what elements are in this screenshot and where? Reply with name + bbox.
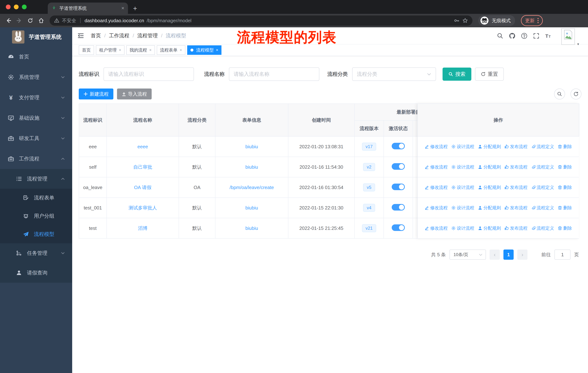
reset-button[interactable]: 重置 <box>475 68 504 81</box>
assign-rule-link[interactable]: 分配规则 <box>478 144 501 150</box>
sidebar-item-leave-query[interactable]: 请假查询 <box>0 263 72 283</box>
process-definition-link[interactable]: 流程定义 <box>531 144 554 150</box>
process-definition-link[interactable]: 流程定义 <box>531 205 554 211</box>
form-info-link[interactable]: /bpm/oa/leave/create <box>230 185 274 190</box>
status-toggle[interactable] <box>392 163 405 170</box>
delete-link[interactable]: 删除 <box>558 225 572 231</box>
form-info-link[interactable]: biubiu <box>245 205 258 211</box>
security-label[interactable]: 不安全 <box>62 18 76 24</box>
tag-home[interactable]: 首页 <box>79 45 94 55</box>
form-info-link[interactable]: biubiu <box>245 144 258 149</box>
sidebar-item-process-form[interactable]: 流程表单 <box>0 189 72 207</box>
create-process-button[interactable]: 新建流程 <box>79 89 113 100</box>
sidebar-item-system[interactable]: 系统管理 <box>0 67 72 87</box>
process-name-input[interactable] <box>234 71 315 77</box>
back-icon[interactable] <box>4 16 13 25</box>
process-name-link[interactable]: 滔博 <box>138 225 147 231</box>
new-tab-button[interactable]: + <box>133 5 137 12</box>
avatar[interactable] <box>561 28 575 45</box>
show-search-button[interactable] <box>554 89 565 100</box>
font-size-icon[interactable]: TT <box>545 33 552 39</box>
menu-dots-icon[interactable] <box>537 18 539 23</box>
status-toggle[interactable] <box>392 184 405 190</box>
process-name-link[interactable]: 测试多审批人 <box>128 205 157 211</box>
avatar-caret-icon[interactable]: ▼ <box>577 43 580 46</box>
publish-process-link[interactable]: 发布流程 <box>504 225 527 231</box>
next-page-button[interactable]: › <box>517 250 527 260</box>
process-name-link[interactable]: eeee <box>137 144 148 149</box>
bookmark-star-icon[interactable] <box>462 18 468 23</box>
page-size-select[interactable]: 10条/页 <box>450 250 486 260</box>
key-icon[interactable] <box>454 18 460 23</box>
goto-page-input[interactable] <box>555 250 570 260</box>
zoom-window-button[interactable] <box>22 5 27 9</box>
forward-icon[interactable] <box>15 16 24 25</box>
refresh-button[interactable] <box>570 89 581 100</box>
edit-process-link[interactable]: 修改流程 <box>425 205 448 211</box>
sidebar-item-user-group[interactable]: 用户分组 <box>0 207 72 225</box>
process-definition-link[interactable]: 流程定义 <box>531 184 554 190</box>
publish-process-link[interactable]: 发布流程 <box>504 205 527 211</box>
delete-link[interactable]: 删除 <box>558 205 572 211</box>
sidebar-item-workflow[interactable]: 工作流程 <box>0 149 72 169</box>
close-icon[interactable]: × <box>119 48 121 52</box>
home-icon[interactable] <box>36 16 46 25</box>
delete-link[interactable]: 删除 <box>558 164 572 170</box>
breadcrumb-item[interactable]: 流程管理 <box>137 32 158 39</box>
delete-link[interactable]: 删除 <box>558 144 572 150</box>
edit-process-link[interactable]: 修改流程 <box>425 164 448 170</box>
sidebar-item-home[interactable]: 首页 <box>0 47 72 67</box>
tab-close-icon[interactable]: × <box>121 5 124 11</box>
edit-process-link[interactable]: 修改流程 <box>425 225 448 231</box>
process-key-input[interactable] <box>108 71 189 77</box>
tag-tenant[interactable]: 租户管理× <box>96 45 125 55</box>
fullscreen-icon[interactable] <box>533 33 539 39</box>
close-window-button[interactable] <box>6 5 10 9</box>
update-button[interactable]: 更新 <box>521 15 543 26</box>
close-icon[interactable]: × <box>149 48 152 52</box>
search-icon[interactable] <box>497 33 504 39</box>
publish-process-link[interactable]: 发布流程 <box>504 144 527 150</box>
delete-link[interactable]: 删除 <box>558 184 572 190</box>
address-bar[interactable]: 不安全 dashboard.yudao.iocoder.cn/bpm/manag… <box>50 15 472 26</box>
close-icon[interactable]: × <box>216 48 218 52</box>
edit-process-link[interactable]: 修改流程 <box>425 184 448 190</box>
breadcrumb-item[interactable]: 工作流程 <box>109 32 129 39</box>
assign-rule-link[interactable]: 分配规则 <box>478 184 501 190</box>
browser-tab[interactable]: 芋道管理系统 × <box>48 2 128 14</box>
assign-rule-link[interactable]: 分配规则 <box>478 164 501 170</box>
github-icon[interactable] <box>509 33 515 39</box>
publish-process-link[interactable]: 发布流程 <box>504 164 527 170</box>
close-icon[interactable]: × <box>180 48 182 52</box>
breadcrumb-item[interactable]: 首页 <box>91 32 101 39</box>
design-process-link[interactable]: 设计流程 <box>451 144 474 150</box>
reload-icon[interactable] <box>26 16 35 25</box>
design-process-link[interactable]: 设计流程 <box>451 164 474 170</box>
form-info-link[interactable]: biubiu <box>245 164 258 170</box>
status-toggle[interactable] <box>392 204 405 211</box>
process-definition-link[interactable]: 流程定义 <box>531 164 554 170</box>
assign-rule-link[interactable]: 分配规则 <box>478 205 501 211</box>
publish-process-link[interactable]: 发布流程 <box>504 184 527 190</box>
status-toggle[interactable] <box>392 143 405 149</box>
minimize-window-button[interactable] <box>14 5 19 9</box>
process-category-select[interactable]: 流程分类 <box>352 67 436 81</box>
sidebar-item-payment[interactable]: ¥ 支付管理 <box>0 87 72 108</box>
tag-process-model[interactable]: 流程模型× <box>187 45 222 55</box>
tag-my-process[interactable]: 我的流程× <box>126 45 155 55</box>
design-process-link[interactable]: 设计流程 <box>451 225 474 231</box>
status-toggle[interactable] <box>392 224 405 231</box>
help-icon[interactable] <box>521 33 527 39</box>
sidebar-item-process-model[interactable]: 流程模型 <box>0 225 72 243</box>
process-definition-link[interactable]: 流程定义 <box>531 225 554 231</box>
tag-process-form[interactable]: 流程表单× <box>157 45 185 55</box>
sidebar-item-task-mgmt[interactable]: 任务管理 <box>0 243 72 263</box>
assign-rule-link[interactable]: 分配规则 <box>478 225 501 231</box>
edit-process-link[interactable]: 修改流程 <box>425 144 448 150</box>
search-button[interactable]: 搜索 <box>442 68 471 81</box>
sidebar-item-infra[interactable]: 基础设施 <box>0 108 72 128</box>
page-number-current[interactable]: 1 <box>504 250 514 260</box>
design-process-link[interactable]: 设计流程 <box>451 205 474 211</box>
form-info-link[interactable]: biubiu <box>245 225 258 231</box>
sidebar-item-devtools[interactable]: 研发工具 <box>0 128 72 149</box>
